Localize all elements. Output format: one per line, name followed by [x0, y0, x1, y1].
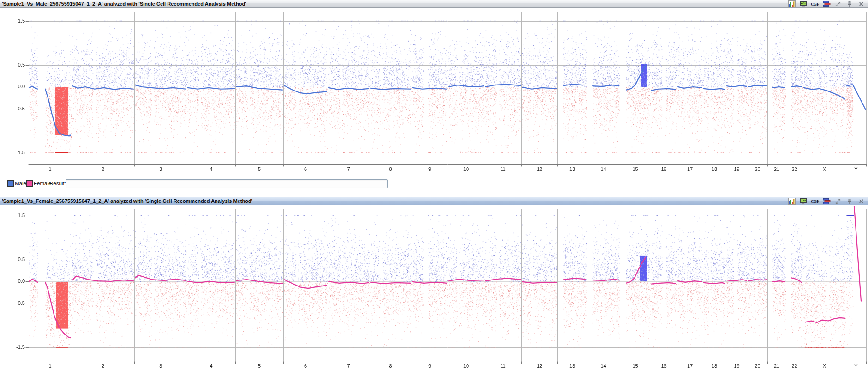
analysis-workspace: 'Sample1_Vs_Male_256755915047_1_2_A' ana… [0, 0, 868, 371]
pin-icon[interactable] [845, 0, 854, 7]
layers-icon[interactable] [822, 0, 831, 7]
cgh-text-icon[interactable]: CGH [811, 198, 819, 205]
cgh-profile-chart-male[interactable] [0, 8, 868, 178]
legend-item-male: Male [7, 180, 26, 187]
titlebar-icons-female: CGH [788, 197, 865, 205]
close-icon[interactable] [857, 198, 865, 205]
panel-title-male: 'Sample1_Vs_Male_256755915047_1_2_A' ana… [0, 1, 246, 6]
cgh-profile-chart-female[interactable] [0, 206, 868, 371]
float-window-icon[interactable] [834, 0, 842, 7]
legend-item-female: Female [26, 180, 51, 187]
female-color-swatch [26, 180, 33, 187]
float-window-icon[interactable] [834, 198, 842, 205]
result-input[interactable] [66, 179, 388, 188]
monitor-icon[interactable] [799, 198, 808, 205]
cgh-text-icon[interactable]: CGH [811, 0, 819, 7]
layers-icon[interactable] [822, 198, 831, 205]
panel-title-female: 'Sample1_Vs_Female_256755915047_1_2_A' a… [0, 198, 252, 204]
histogram-icon[interactable] [788, 198, 796, 205]
legend-label-female: Female [34, 181, 51, 186]
legend-label-male: Male [15, 181, 26, 186]
titlebar-icons-male: CGH [788, 0, 865, 8]
svg-text:CGH: CGH [811, 199, 819, 204]
histogram-icon[interactable] [788, 0, 796, 7]
pin-icon[interactable] [845, 198, 854, 205]
monitor-icon[interactable] [799, 0, 808, 7]
close-icon[interactable] [857, 0, 865, 7]
result-label: Result: [49, 181, 66, 186]
panel-titlebar-female[interactable]: 'Sample1_Vs_Female_256755915047_1_2_A' a… [0, 197, 868, 205]
legend-row: Male Female Result: [0, 179, 868, 189]
panel-titlebar-male[interactable]: 'Sample1_Vs_Male_256755915047_1_2_A' ana… [0, 0, 868, 8]
male-color-swatch [7, 180, 14, 187]
svg-text:CGH: CGH [811, 2, 819, 6]
